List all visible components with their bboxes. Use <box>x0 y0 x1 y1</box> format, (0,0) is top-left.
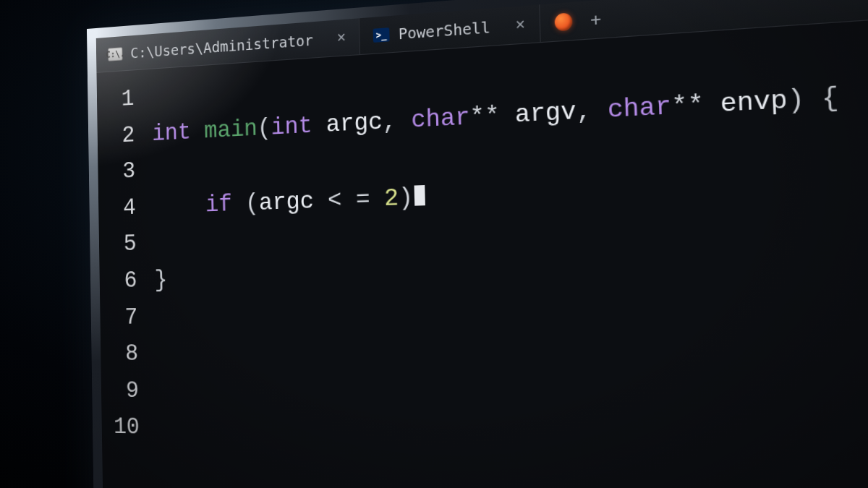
line-number: 4 <box>110 189 136 226</box>
ubuntu-icon <box>555 12 573 31</box>
code-content[interactable]: int main(int argc, char** argv, char** e… <box>144 22 868 488</box>
powershell-icon: >_ <box>373 27 390 43</box>
tab-label: C:\Users\Administrator <box>130 30 313 61</box>
line-number: 10 <box>114 408 140 445</box>
code-line: if (argc < = 2) <box>153 161 843 226</box>
close-tab-button[interactable]: ✕ <box>515 17 526 33</box>
text-cursor <box>414 185 425 206</box>
tab-label: PowerShell <box>398 17 490 43</box>
line-number: 5 <box>111 226 137 262</box>
line-number: 7 <box>112 299 138 335</box>
code-editor[interactable]: 1 2 3 4 5 6 7 8 9 10 int main(int argc, … <box>96 0 868 488</box>
new-tab-button[interactable]: + <box>579 0 613 39</box>
line-number: 2 <box>109 117 135 155</box>
cmd-icon: C:\. <box>108 47 122 61</box>
code-line: int main(int argc, char** argv, char** e… <box>152 77 840 152</box>
close-tab-button[interactable]: ✕ <box>336 30 346 46</box>
line-number: 6 <box>111 262 137 299</box>
tab-ubuntu[interactable] <box>540 1 580 42</box>
line-number: 1 <box>109 80 135 118</box>
line-number: 8 <box>112 335 138 372</box>
line-number: 3 <box>109 153 135 191</box>
line-number: 9 <box>113 372 139 409</box>
code-line: } <box>154 247 846 299</box>
